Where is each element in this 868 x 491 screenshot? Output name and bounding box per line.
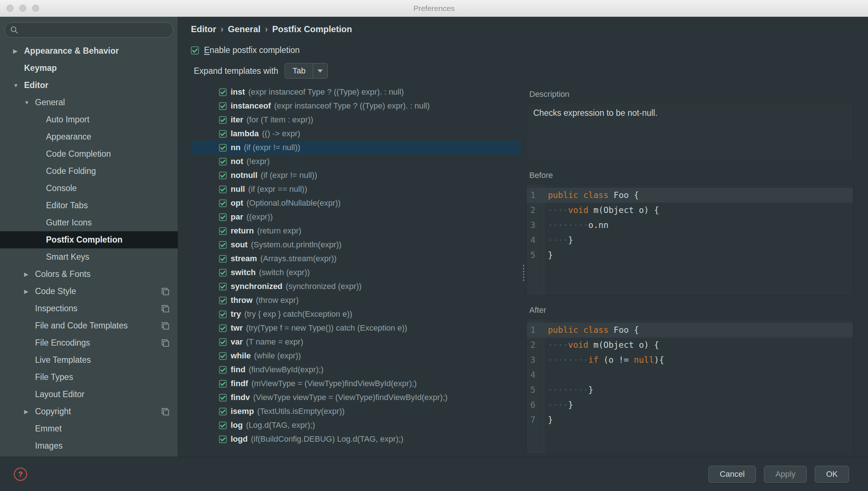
sidebar-item-emmet[interactable]: Emmet bbox=[0, 420, 178, 437]
template-row-stream[interactable]: stream(Arrays.stream(expr)) bbox=[191, 252, 521, 266]
template-row-iter[interactable]: iter(for (T item : expr)) bbox=[191, 113, 521, 127]
template-row-findv[interactable]: findv(ViewType viewType = (ViewType)find… bbox=[191, 391, 521, 404]
settings-search-input[interactable] bbox=[22, 25, 170, 35]
template-row-nn[interactable]: nn(if (expr != null)) bbox=[191, 141, 521, 155]
template-row-inst[interactable]: inst(expr instanceof Type ? ((Type) expr… bbox=[191, 85, 521, 99]
template-description: (T name = expr) bbox=[246, 337, 303, 347]
sidebar-item-postfix-completion[interactable]: Postfix Completion bbox=[0, 231, 178, 248]
sidebar-item-code-style[interactable]: ▶Code Style bbox=[0, 283, 178, 300]
sidebar-item-editor[interactable]: ▼Editor bbox=[0, 77, 178, 94]
template-checkbox[interactable] bbox=[219, 269, 227, 277]
template-checkbox[interactable] bbox=[219, 241, 227, 249]
template-row-sout[interactable]: sout(System.out.println(expr)) bbox=[191, 238, 521, 252]
chevron-right-icon[interactable]: ▶ bbox=[24, 408, 35, 415]
sidebar-item-appearance-behavior[interactable]: ▶Appearance & Behavior bbox=[0, 42, 178, 60]
sidebar-item-inspections[interactable]: Inspections bbox=[0, 300, 178, 317]
template-checkbox[interactable] bbox=[219, 158, 227, 165]
settings-search[interactable] bbox=[4, 22, 173, 38]
template-row-notnull[interactable]: notnull(if (expr != null)) bbox=[191, 168, 521, 182]
template-checkbox[interactable] bbox=[219, 144, 227, 152]
sidebar-item-editor-tabs[interactable]: Editor Tabs bbox=[0, 197, 178, 214]
chevron-right-icon[interactable]: ▶ bbox=[24, 271, 35, 278]
chevron-down-icon[interactable] bbox=[313, 64, 327, 78]
template-row-null[interactable]: null(if (expr == null)) bbox=[191, 182, 521, 196]
template-checkbox[interactable] bbox=[219, 227, 227, 235]
sidebar-item-general[interactable]: ▼General bbox=[0, 94, 178, 111]
template-checkbox[interactable] bbox=[219, 283, 227, 290]
sidebar-item-images[interactable]: Images bbox=[0, 437, 178, 454]
chevron-right-icon[interactable]: ▶ bbox=[24, 288, 35, 295]
sidebar-item-copyright[interactable]: ▶Copyright bbox=[0, 403, 178, 420]
template-checkbox[interactable] bbox=[219, 116, 227, 124]
template-row-switch[interactable]: switch(switch (expr)) bbox=[191, 266, 521, 279]
sidebar-item-layout-editor[interactable]: Layout Editor bbox=[0, 386, 178, 403]
template-checkbox[interactable] bbox=[219, 338, 227, 346]
template-checkbox[interactable] bbox=[219, 130, 227, 138]
template-row-find[interactable]: find(findViewById(expr);) bbox=[191, 363, 521, 377]
template-row-isemp[interactable]: isemp(TextUtils.isEmpty(expr)) bbox=[191, 404, 521, 418]
zoom-window-button[interactable] bbox=[32, 5, 39, 12]
template-checkbox[interactable] bbox=[219, 394, 227, 401]
chevron-right-icon[interactable]: ▶ bbox=[13, 48, 24, 54]
sidebar-item-keymap[interactable]: Keymap bbox=[0, 60, 178, 77]
template-checkbox[interactable] bbox=[219, 88, 227, 96]
splitter-grip-icon[interactable] bbox=[522, 264, 525, 281]
template-checkbox[interactable] bbox=[219, 186, 227, 193]
template-checkbox[interactable] bbox=[219, 297, 227, 304]
template-row-var[interactable]: var(T name = expr) bbox=[191, 335, 521, 349]
sidebar-item-colors-fonts[interactable]: ▶Colors & Fonts bbox=[0, 266, 178, 283]
template-row-twr[interactable]: twr(try(Type f = new Type()) catch (Exce… bbox=[191, 321, 521, 335]
sidebar-item-file-and-code-templates[interactable]: File and Code Templates bbox=[0, 317, 178, 334]
template-row-return[interactable]: return(return expr) bbox=[191, 224, 521, 238]
breadcrumb-item-editor[interactable]: Editor bbox=[191, 24, 216, 34]
breadcrumb-item-general[interactable]: General bbox=[228, 24, 260, 34]
sidebar-item-live-templates[interactable]: Live Templates bbox=[0, 351, 178, 369]
template-checkbox[interactable] bbox=[219, 366, 227, 374]
breadcrumb-item-postfix-completion[interactable]: Postfix Completion bbox=[272, 24, 352, 34]
template-row-instanceof[interactable]: instanceof(expr instanceof Type ? ((Type… bbox=[191, 99, 521, 113]
template-row-par[interactable]: par((expr)) bbox=[191, 210, 521, 224]
template-checkbox[interactable] bbox=[219, 199, 227, 207]
sidebar-item-code-completion[interactable]: Code Completion bbox=[0, 145, 178, 163]
template-checkbox[interactable] bbox=[219, 311, 227, 318]
minimize-window-button[interactable] bbox=[19, 5, 26, 12]
settings-main-panel: Editor›General›Postfix Completion Enable… bbox=[178, 17, 868, 457]
template-checkbox[interactable] bbox=[219, 435, 227, 443]
template-row-findf[interactable]: findf(mViewType = (ViewType)findViewById… bbox=[191, 377, 521, 391]
template-checkbox[interactable] bbox=[219, 352, 227, 360]
template-row-try[interactable]: try(try { exp } catch(Exception e)) bbox=[191, 307, 521, 321]
chevron-down-icon[interactable]: ▼ bbox=[13, 82, 24, 88]
sidebar-item-gutter-icons[interactable]: Gutter Icons bbox=[0, 214, 178, 231]
template-row-while[interactable]: while(while (expr)) bbox=[191, 349, 521, 363]
template-row-synchronized[interactable]: synchronized(synchronized (expr)) bbox=[191, 279, 521, 293]
sidebar-item-file-encodings[interactable]: File Encodings bbox=[0, 334, 178, 351]
sidebar-item-code-folding[interactable]: Code Folding bbox=[0, 163, 178, 180]
sidebar-item-appearance[interactable]: Appearance bbox=[0, 128, 178, 145]
template-checkbox[interactable] bbox=[219, 255, 227, 263]
help-button[interactable]: ? bbox=[14, 468, 27, 481]
ok-button[interactable]: OK bbox=[815, 466, 849, 483]
cancel-button[interactable]: Cancel bbox=[708, 466, 756, 483]
template-checkbox[interactable] bbox=[219, 172, 227, 179]
sidebar-item-file-types[interactable]: File Types bbox=[0, 369, 178, 386]
enable-postfix-checkbox[interactable] bbox=[191, 46, 199, 54]
sidebar-item-console[interactable]: Console bbox=[0, 180, 178, 197]
sidebar-item-auto-import[interactable]: Auto Import bbox=[0, 111, 178, 128]
template-row-logd[interactable]: logd(if(BuildConfig.DEBUG) Log.d(TAG, ex… bbox=[191, 432, 521, 446]
template-checkbox[interactable] bbox=[219, 213, 227, 221]
template-checkbox[interactable] bbox=[219, 102, 227, 110]
template-row-throw[interactable]: throw(throw expr) bbox=[191, 293, 521, 307]
template-checkbox[interactable] bbox=[219, 324, 227, 332]
template-checkbox[interactable] bbox=[219, 422, 227, 429]
template-row-not[interactable]: not(!expr) bbox=[191, 155, 521, 168]
sidebar-item-smart-keys[interactable]: Smart Keys bbox=[0, 248, 178, 266]
close-window-button[interactable] bbox=[7, 5, 14, 12]
template-row-log[interactable]: log(Log.d(TAG, expr);) bbox=[191, 418, 521, 432]
expand-templates-dropdown[interactable]: Tab bbox=[285, 63, 327, 79]
apply-button[interactable]: Apply bbox=[764, 466, 807, 483]
template-checkbox[interactable] bbox=[219, 408, 227, 415]
template-checkbox[interactable] bbox=[219, 380, 227, 388]
template-row-opt[interactable]: opt(Optional.ofNullable(expr)) bbox=[191, 196, 521, 210]
template-row-lambda[interactable]: lambda(() -> expr) bbox=[191, 127, 521, 141]
chevron-down-icon[interactable]: ▼ bbox=[24, 99, 35, 106]
